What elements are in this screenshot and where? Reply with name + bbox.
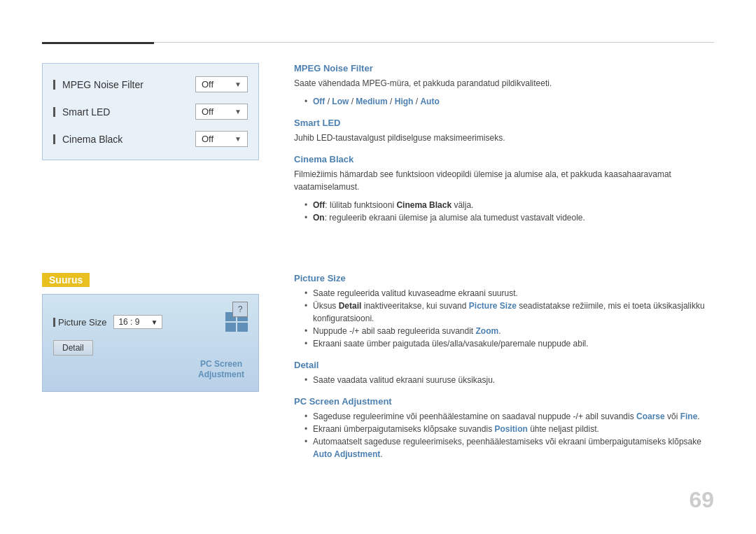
- left-panel: MPEG Noise Filter Off ▼ Smart LED Off ▼ …: [42, 63, 259, 160]
- suurus-box: ? Picture Size 16 : 9 ▼ Detail PC Screen…: [42, 294, 259, 392]
- cinema-black-dropdown[interactable]: Off ▼: [195, 131, 248, 147]
- suurus-label: Suurus: [42, 273, 90, 287]
- picture-size-bullet-2: Üksus Detail inaktiveeritakse, kui suvan…: [304, 300, 714, 325]
- pc-screen-bullet-2: Ekraani ümberpaigutamiseks klõpsake suva…: [304, 423, 714, 435]
- picture-size-section: Picture Size Saate reguleerida valitud k…: [294, 273, 714, 350]
- smart-led-dropdown[interactable]: Off ▼: [195, 104, 248, 120]
- smart-led-value: Off: [202, 106, 214, 117]
- cinema-black-bullets: Off: lülitab funktsiooni Cinema Black vä…: [304, 199, 714, 224]
- mpeg-noise-filter-section: MPEG Noise Filter Saate vähendada MPEG-m…: [294, 63, 714, 108]
- settings-box: MPEG Noise Filter Off ▼ Smart LED Off ▼ …: [42, 63, 259, 160]
- picture-size-bullets: Saate reguleerida valitud kuvaseadme ekr…: [304, 287, 714, 350]
- right-panel-top: MPEG Noise Filter Saate vähendada MPEG-m…: [294, 63, 714, 234]
- dropdown-arrow-mpeg: ▼: [234, 80, 241, 88]
- dropdown-arrow-cinema-black: ▼: [234, 135, 241, 143]
- smart-led-title: Smart LED: [294, 118, 714, 128]
- picture-size-arrow: ▼: [150, 318, 158, 326]
- suurus-picture-size-row: Picture Size 16 : 9 ▼: [53, 312, 248, 332]
- dropdown-arrow-smart-led: ▼: [234, 108, 241, 115]
- pc-screen-adjustment-section: PC Screen Adjustment Sageduse reguleerim…: [294, 396, 714, 461]
- cinema-black-bullet-1: Off: lülitab funktsiooni Cinema Black vä…: [304, 199, 714, 211]
- mpeg-noise-filter-label: MPEG Noise Filter: [53, 79, 144, 90]
- cinema-black-bullet-2: On: reguleerib ekraani ülemise ja alumis…: [304, 211, 714, 224]
- page-number: 69: [689, 487, 714, 513]
- right-panel-bottom: Picture Size Saate reguleerida valitud k…: [294, 273, 714, 470]
- mpeg-noise-filter-dropdown[interactable]: Off ▼: [195, 76, 248, 92]
- suurus-section-left: Suurus ? Picture Size 16 : 9 ▼ Detail PC…: [42, 273, 259, 392]
- cinema-black-label: Cinema Black: [53, 134, 122, 145]
- pc-screen-text: PC ScreenAdjustment: [198, 359, 244, 381]
- picture-size-bullet-3: Nuppude -/+ abil saab reguleerida suvand…: [304, 325, 714, 337]
- picture-size-bullet-1: Saate reguleerida valitud kuvaseadme ekr…: [304, 287, 714, 300]
- picture-size-row-label: Picture Size: [53, 317, 106, 328]
- cinema-black-desc: Filmiežiimis hämardab see funktsioon vid…: [294, 168, 714, 193]
- picture-size-value: 16 : 9: [118, 317, 139, 327]
- pc-screen-adjustment-bullets: Sageduse reguleerimine või peenhäälestam…: [304, 410, 714, 461]
- left-accent: [42, 42, 154, 44]
- mpeg-noise-filter-value: Off: [202, 79, 214, 90]
- mpeg-noise-filter-desc: Saate vähendada MPEG-müra, et pakkuda pa…: [294, 77, 714, 90]
- cinema-black-title: Cinema Black: [294, 154, 714, 164]
- cinema-black-section: Cinema Black Filmiežiimis hämardab see f…: [294, 154, 714, 224]
- detail-button[interactable]: Detail: [53, 340, 93, 356]
- setting-row-smart-led: Smart LED Off ▼: [43, 98, 258, 125]
- detail-bullets: Saate vaadata valitud ekraani suuruse ük…: [304, 374, 714, 386]
- smart-led-label: Smart LED: [53, 106, 110, 118]
- detail-section: Detail Saate vaadata valitud ekraani suu…: [294, 360, 714, 386]
- picture-size-title: Picture Size: [294, 273, 714, 283]
- picture-size-bullet-4: Ekraani saate ümber paigutada üles/alla/…: [304, 337, 714, 350]
- mpeg-options-list: Off / Low / Medium / High / Auto: [304, 95, 714, 108]
- smart-led-desc: Juhib LED-taustavalgust pildiselguse mak…: [294, 132, 714, 144]
- question-mark-icon: ?: [232, 302, 248, 317]
- picture-size-dropdown[interactable]: 16 : 9 ▼: [113, 315, 162, 329]
- mpeg-options-item: Off / Low / Medium / High / Auto: [304, 95, 714, 108]
- setting-row-cinema-black: Cinema Black Off ▼: [43, 125, 258, 153]
- page-container: MPEG Noise Filter Off ▼ Smart LED Off ▼ …: [0, 0, 756, 534]
- pc-screen-adjustment-title: PC Screen Adjustment: [294, 396, 714, 407]
- detail-title: Detail: [294, 360, 714, 370]
- cinema-black-value: Off: [202, 134, 214, 144]
- detail-bullet-1: Saate vaadata valitud ekraani suuruse ük…: [304, 374, 714, 386]
- setting-row-mpeg: MPEG Noise Filter Off ▼: [43, 71, 258, 98]
- grid-cell-4: [237, 323, 248, 332]
- pc-screen-bullet-1: Sageduse reguleerimine või peenhäälestam…: [304, 410, 714, 423]
- smart-led-section: Smart LED Juhib LED-taustavalgust pildis…: [294, 118, 714, 144]
- grid-cell-3: [225, 323, 236, 332]
- mpeg-noise-filter-title: MPEG Noise Filter: [294, 63, 714, 73]
- pc-screen-bullet-3: Automaatselt sageduse reguleerimiseks, p…: [304, 435, 714, 461]
